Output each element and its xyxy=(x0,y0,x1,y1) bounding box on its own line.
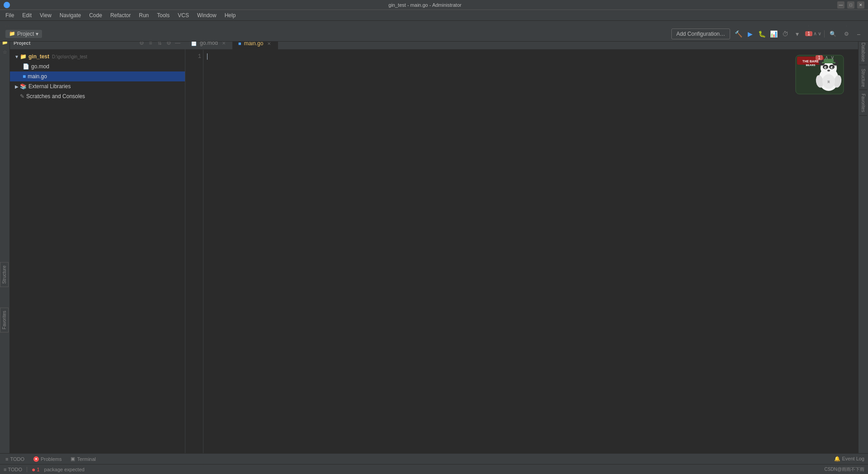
problems-label: Problems xyxy=(41,456,61,462)
svg-text:BEARS: BEARS xyxy=(806,64,815,66)
menu-refactor[interactable]: Refactor xyxy=(107,11,134,19)
config-toolbar: Add Configuration… 🔨 ▶ 🐛 📊 ⏱ ▾ 1 ∧ ∨ 🔍 ⚙ xyxy=(185,26,857,42)
error-count: 1 xyxy=(37,467,39,472)
favorites-panel-tab[interactable]: Favorites xyxy=(859,91,867,115)
search-button[interactable]: 🔍 xyxy=(827,28,838,39)
line-numbers: 1 xyxy=(185,50,203,453)
todo-icon: ≡ xyxy=(5,456,8,462)
close-button[interactable]: ✕ xyxy=(857,1,864,9)
svg-point-12 xyxy=(826,67,826,68)
problems-tab[interactable]: ● Problems xyxy=(32,455,63,463)
run-build-icon[interactable]: 🔨 xyxy=(733,28,744,39)
scratches-icon: ✎ xyxy=(20,93,24,100)
database-panel-tab[interactable]: Database xyxy=(859,40,867,65)
window-title: gin_test - main.go - Administrator xyxy=(13,2,837,8)
alert-up[interactable]: ∧ xyxy=(813,31,817,37)
tree-item-external-libs[interactable]: ▶ 📚 External Libraries xyxy=(10,81,185,91)
run-coverage-icon[interactable]: 📊 xyxy=(768,28,779,39)
todo-status[interactable]: ≡ TODO xyxy=(4,467,22,472)
divider xyxy=(824,30,825,38)
minimize-button[interactable]: — xyxy=(837,1,844,9)
file-tree-content: ▼ 📁 gin_test D:\go\src\gin_test 📄 go.mod… xyxy=(10,50,185,453)
menu-edit[interactable]: Edit xyxy=(19,11,35,19)
gomod-file-icon: 📄 xyxy=(23,63,29,70)
status-bar: ≡ TODO ● 1 package expected CSDN@雨雨不下雨 xyxy=(0,464,868,474)
editor-area: 📄 go.mod ✕ ■ main.go ✕ 1 xyxy=(185,36,858,453)
project-selector[interactable]: 📁 Project ▾ xyxy=(5,30,42,38)
structure-panel-tab[interactable]: Structure xyxy=(859,66,867,90)
line-number-1: 1 xyxy=(185,52,201,61)
notification-area: 1 ∧ ∨ xyxy=(816,54,835,61)
todo-status-label: TODO xyxy=(8,467,22,472)
error-status[interactable]: ● 1 xyxy=(32,466,40,473)
tree-arrow-root: ▼ xyxy=(14,54,20,59)
title-bar: gin_test - main.go - Administrator — □ ✕ xyxy=(0,0,868,10)
terminal-icon: ▣ xyxy=(71,456,75,462)
notification-badge: 1 xyxy=(816,55,823,60)
code-area[interactable] xyxy=(203,50,858,453)
maingo-file-icon: ■ xyxy=(23,73,26,80)
run-more-icon[interactable]: ▾ xyxy=(792,28,802,39)
root-folder-label: gin_test xyxy=(28,53,49,60)
menu-file[interactable]: File xyxy=(2,11,18,19)
error-dot: ● xyxy=(32,466,35,473)
ide-settings-button[interactable]: ⚙ xyxy=(841,28,852,39)
ext-libs-label: External Libraries xyxy=(28,83,71,90)
right-panel-strip: Database Structure Favorites xyxy=(858,36,868,453)
ext-libs-icon: 📚 xyxy=(20,83,27,90)
notification-chevron-up[interactable]: ∧ xyxy=(825,54,829,61)
window-controls: — □ ✕ xyxy=(837,1,864,9)
alert-count: 1 xyxy=(805,31,812,36)
event-log-icon: 🔔 xyxy=(834,456,840,461)
menu-bar: File Edit View Navigate Code Refactor Ru… xyxy=(0,10,868,21)
tree-item-maingo[interactable]: ■ main.go xyxy=(10,71,185,81)
root-folder-path: D:\go\src\gin_test xyxy=(52,54,87,59)
alert-area: 1 ∧ ∨ xyxy=(805,31,821,37)
favorites-vertical-tab[interactable]: Favorites xyxy=(0,308,9,332)
bottom-right-area: 🔔 Event Log xyxy=(834,456,864,462)
svg-point-13 xyxy=(832,67,833,68)
svg-rect-19 xyxy=(822,62,835,63)
run-profile-icon[interactable]: ⏱ xyxy=(780,28,791,39)
event-log-link[interactable]: 🔔 Event Log xyxy=(834,456,864,462)
project-selector-label: Project ▾ xyxy=(17,31,38,37)
tree-item-gomod[interactable]: 📄 go.mod xyxy=(10,62,185,71)
gomod-label: go.mod xyxy=(31,63,49,70)
alert-down[interactable]: ∨ xyxy=(818,31,821,37)
todo-label: TODO xyxy=(10,456,24,462)
notification-chevron-down[interactable]: ∨ xyxy=(830,54,835,61)
terminal-tab[interactable]: ▣ Terminal xyxy=(69,455,98,463)
bottom-panel: ≡ TODO ● Problems ▣ Terminal 🔔 Event Log xyxy=(0,453,868,464)
app-icon xyxy=(4,2,10,8)
tree-arrow-ext: ▶ xyxy=(14,84,20,89)
todo-status-icon: ≡ xyxy=(4,467,6,472)
structure-vertical-tab[interactable]: Structure xyxy=(0,262,9,287)
tree-item-scratches[interactable]: ✎ Scratches and Consoles xyxy=(10,91,185,101)
menu-vcs[interactable]: VCS xyxy=(174,11,193,19)
menu-tools[interactable]: Tools xyxy=(153,11,173,19)
menu-code[interactable]: Code xyxy=(85,11,106,19)
csdn-label: CSDN@雨雨不下雨 xyxy=(825,466,865,473)
menu-navigate[interactable]: Navigate xyxy=(56,11,85,19)
maingo-label: main.go xyxy=(28,73,47,80)
add-configuration-button[interactable]: Add Configuration… xyxy=(671,28,730,39)
terminal-label: Terminal xyxy=(77,456,96,462)
run-play-icon[interactable]: ▶ xyxy=(745,28,755,39)
maximize-button[interactable]: □ xyxy=(847,1,854,9)
favorites-panel-icon[interactable]: ☆ xyxy=(1,48,9,56)
menu-window[interactable]: Window xyxy=(193,11,220,19)
menu-help[interactable]: Help xyxy=(221,11,240,19)
folder-icon: 📁 xyxy=(20,53,27,60)
svg-point-14 xyxy=(827,70,830,71)
todo-tab[interactable]: ≡ TODO xyxy=(4,455,26,463)
tree-item-root[interactable]: ▼ 📁 gin_test D:\go\src\gin_test xyxy=(10,52,185,62)
run-controls: 🔨 ▶ 🐛 📊 ⏱ ▾ xyxy=(733,28,802,39)
editor-content[interactable]: 1 THE BARE BEARS xyxy=(185,50,858,453)
package-expected: package expected xyxy=(44,467,85,472)
run-debug-icon[interactable]: 🐛 xyxy=(756,28,767,39)
scratches-label: Scratches and Consoles xyxy=(26,93,85,100)
menu-view[interactable]: View xyxy=(36,11,55,19)
menu-run[interactable]: Run xyxy=(135,11,152,19)
status-divider-1 xyxy=(27,467,27,472)
svg-text:英: 英 xyxy=(827,81,830,83)
